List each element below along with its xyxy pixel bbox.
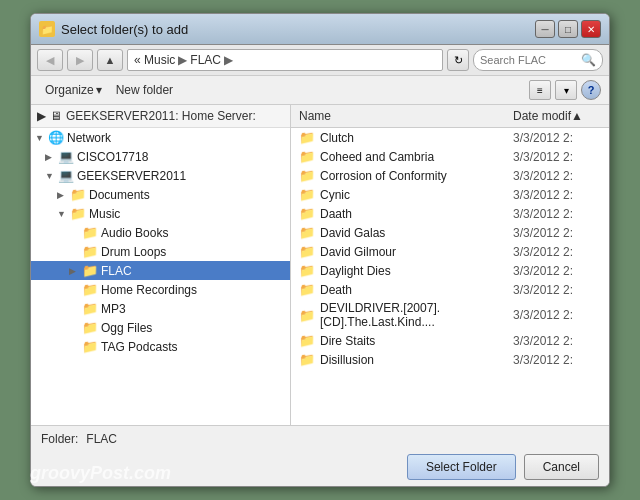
drumloops-icon: 📁 — [82, 244, 98, 259]
folder-icon: 📁 — [299, 308, 315, 323]
file-name: 📁 Disillusion — [291, 351, 509, 368]
file-name: 📁 Death — [291, 281, 509, 298]
server-header: ▶ 🖥 GEEKSERVER2011: Home Server: — [31, 105, 290, 128]
dialog-title: Select folder(s) to add — [61, 22, 188, 37]
minimize-button[interactable]: ─ — [535, 20, 555, 38]
file-name: 📁 Daath — [291, 205, 509, 222]
file-date: 3/3/2012 2: — [509, 352, 609, 368]
tree-item-documents[interactable]: ▶ 📁 Documents — [31, 185, 290, 204]
tree-label-oggfiles: Ogg Files — [101, 321, 152, 335]
col-name-header[interactable]: Name — [291, 107, 509, 125]
tree-item-oggfiles[interactable]: 📁 Ogg Files — [31, 318, 290, 337]
file-row[interactable]: 📁 Corrosion of Conformity 3/3/2012 2: — [291, 166, 609, 185]
cancel-button[interactable]: Cancel — [524, 454, 599, 480]
nav-bar: ◀ ▶ ▲ « Music ▶ FLAC ▶ ↻ 🔍 — [31, 45, 609, 76]
tree-item-tagpodcasts[interactable]: 📁 TAG Podcasts — [31, 337, 290, 356]
file-name: 📁 David Gilmour — [291, 243, 509, 260]
col-date-header[interactable]: Date modif▲ — [509, 107, 609, 125]
server-label: GEEKSERVER2011: Home Server: — [66, 109, 256, 123]
file-list-panel: Name Date modif▲ 📁 Clutch 3/3/2012 2: 📁 … — [291, 105, 609, 425]
mp3-icon: 📁 — [82, 301, 98, 316]
tree-label-documents: Documents — [89, 188, 150, 202]
file-date: 3/3/2012 2: — [509, 282, 609, 298]
file-row[interactable]: 📁 Daylight Dies 3/3/2012 2: — [291, 261, 609, 280]
file-row[interactable]: 📁 Cynic 3/3/2012 2: — [291, 185, 609, 204]
watermark: groovyPost.com — [30, 463, 171, 484]
folder-icon: 📁 — [299, 244, 315, 259]
cisco-icon: 💻 — [58, 149, 74, 164]
tagpodcasts-icon: 📁 — [82, 339, 98, 354]
tree-item-network[interactable]: ▼ 🌐 Network — [31, 128, 290, 147]
file-date: 3/3/2012 2: — [509, 130, 609, 146]
folder-icon: 📁 — [299, 149, 315, 164]
expand-arrow-network: ▼ — [35, 133, 45, 143]
toolbar: Organize ▾ New folder ≡ ▾ ? — [31, 76, 609, 105]
file-row[interactable]: 📁 David Galas 3/3/2012 2: — [291, 223, 609, 242]
file-label: DEVILDRIVER.[2007].[CD].The.Last.Kind...… — [320, 301, 501, 329]
tree-item-mp3[interactable]: 📁 MP3 — [31, 299, 290, 318]
file-row[interactable]: 📁 Daath 3/3/2012 2: — [291, 204, 609, 223]
close-button[interactable]: ✕ — [581, 20, 601, 38]
breadcrumb-part2: FLAC — [190, 53, 221, 67]
tree-item-cisco[interactable]: ▶ 💻 CISCO17718 — [31, 147, 290, 166]
breadcrumb[interactable]: « Music ▶ FLAC ▶ — [127, 49, 443, 71]
tree-label-network: Network — [67, 131, 111, 145]
select-folder-button[interactable]: Select Folder — [407, 454, 516, 480]
back-button[interactable]: ◀ — [37, 49, 63, 71]
server-expand: ▶ — [37, 109, 46, 123]
file-label: Coheed and Cambria — [320, 150, 434, 164]
tree-label-drumloops: Drum Loops — [101, 245, 166, 259]
folder-icon: 📁 — [299, 187, 315, 202]
oggfiles-icon: 📁 — [82, 320, 98, 335]
folder-icon: 📁 — [299, 282, 315, 297]
file-row[interactable]: 📁 Clutch 3/3/2012 2: — [291, 128, 609, 147]
tree-item-music[interactable]: ▼ 📁 Music — [31, 204, 290, 223]
tree-item-flac[interactable]: ▶ 📁 FLAC — [31, 261, 290, 280]
organize-button[interactable]: Organize ▾ — [39, 81, 108, 99]
toolbar-right: ≡ ▾ ? — [529, 80, 601, 100]
title-buttons: ─ □ ✕ — [535, 20, 601, 38]
select-folder-dialog: 📁 Select folder(s) to add ─ □ ✕ ◀ ▶ ▲ « … — [30, 13, 610, 487]
file-name: 📁 Daylight Dies — [291, 262, 509, 279]
file-row[interactable]: 📁 Coheed and Cambria 3/3/2012 2: — [291, 147, 609, 166]
file-label: Death — [320, 283, 352, 297]
file-name: 📁 David Galas — [291, 224, 509, 241]
search-bar: 🔍 — [473, 49, 603, 71]
view-button[interactable]: ≡ — [529, 80, 551, 100]
folder-icon: 📁 — [299, 225, 315, 240]
new-folder-button[interactable]: New folder — [110, 81, 179, 99]
expand-arrow-geekserver: ▼ — [45, 171, 55, 181]
refresh-button[interactable]: ↻ — [447, 49, 469, 71]
file-label: David Gilmour — [320, 245, 396, 259]
file-name: 📁 Clutch — [291, 129, 509, 146]
file-row[interactable]: 📁 DEVILDRIVER.[2007].[CD].The.Last.Kind.… — [291, 299, 609, 331]
dialog-icon: 📁 — [39, 21, 55, 37]
tree-item-homerecordings[interactable]: 📁 Home Recordings — [31, 280, 290, 299]
flac-icon: 📁 — [82, 263, 98, 278]
file-date: 3/3/2012 2: — [509, 263, 609, 279]
forward-button[interactable]: ▶ — [67, 49, 93, 71]
tree-label-audiobooks: Audio Books — [101, 226, 168, 240]
file-row[interactable]: 📁 Disillusion 3/3/2012 2: — [291, 350, 609, 369]
file-row[interactable]: 📁 David Gilmour 3/3/2012 2: — [291, 242, 609, 261]
title-bar: 📁 Select folder(s) to add ─ □ ✕ — [31, 14, 609, 45]
file-list-header: Name Date modif▲ — [291, 105, 609, 128]
up-button[interactable]: ▲ — [97, 49, 123, 71]
view-dropdown[interactable]: ▾ — [555, 80, 577, 100]
help-button[interactable]: ? — [581, 80, 601, 100]
file-row[interactable]: 📁 Dire Staits 3/3/2012 2: — [291, 331, 609, 350]
maximize-button[interactable]: □ — [558, 20, 578, 38]
tree-label-flac: FLAC — [101, 264, 132, 278]
file-label: Cynic — [320, 188, 350, 202]
tree-item-audiobooks[interactable]: 📁 Audio Books — [31, 223, 290, 242]
tree-item-drumloops[interactable]: 📁 Drum Loops — [31, 242, 290, 261]
folder-label-row: Folder: FLAC — [41, 432, 599, 446]
geekserver-icon: 💻 — [58, 168, 74, 183]
folder-icon: 📁 — [299, 130, 315, 145]
tree-label-homerecordings: Home Recordings — [101, 283, 197, 297]
file-name: 📁 Coheed and Cambria — [291, 148, 509, 165]
file-row[interactable]: 📁 Death 3/3/2012 2: — [291, 280, 609, 299]
tree-item-geekserver[interactable]: ▼ 💻 GEEKSERVER2011 — [31, 166, 290, 185]
file-date: 3/3/2012 2: — [509, 244, 609, 260]
search-input[interactable] — [480, 54, 578, 66]
